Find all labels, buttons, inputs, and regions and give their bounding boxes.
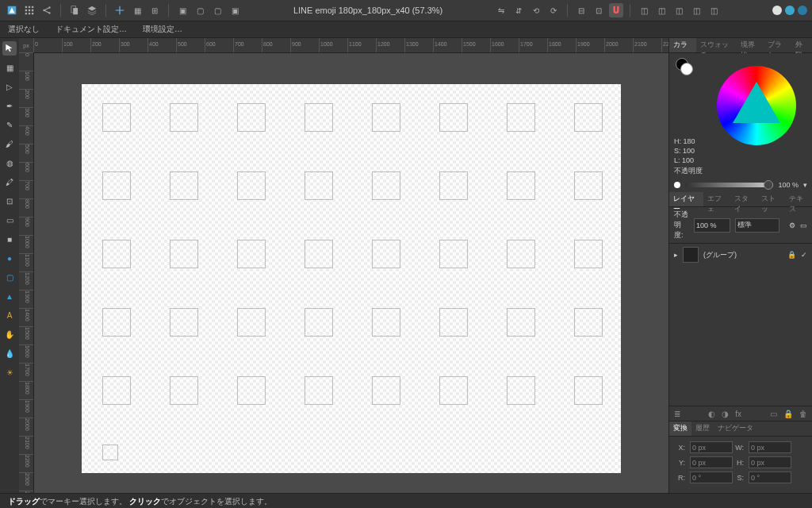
w-input[interactable] — [749, 441, 791, 453]
arrange-back-icon[interactable]: ▣ — [175, 3, 190, 17]
magnet-icon[interactable] — [609, 3, 623, 17]
fill-color-swatch[interactable] — [680, 63, 693, 75]
artboard[interactable] — [574, 308, 603, 337]
tab-カラー[interactable]: カラー — [669, 38, 696, 52]
pencil-tool[interactable]: ✎ — [2, 117, 17, 132]
tab-変換[interactable]: 変換 — [669, 421, 691, 436]
chevron-right-icon[interactable]: ▸ — [674, 251, 678, 259]
ruler-vertical[interactable]: 0100200300400500600700800900100011001200… — [19, 52, 34, 493]
persona-designer-icon[interactable] — [772, 6, 782, 15]
pages-icon[interactable] — [67, 3, 82, 17]
layers-stack-icon[interactable]: ≣ — [674, 410, 680, 418]
artboard[interactable] — [574, 103, 603, 132]
tab-ストッ[interactable]: ストッ — [757, 192, 784, 206]
artboard[interactable] — [102, 171, 131, 200]
flip-v-icon[interactable]: ⇵ — [511, 3, 526, 17]
artboard[interactable] — [304, 240, 333, 268]
op5-icon[interactable]: ◫ — [707, 3, 721, 17]
artboard[interactable] — [237, 240, 266, 268]
artboard[interactable] — [170, 240, 198, 268]
artboard[interactable] — [439, 103, 468, 132]
snap-icon[interactable] — [113, 3, 127, 17]
artboard[interactable] — [102, 376, 131, 405]
artboard-tool[interactable]: ▦ — [2, 60, 17, 75]
document-canvas[interactable] — [82, 84, 621, 473]
op4-icon[interactable]: ◫ — [689, 3, 703, 17]
artboard[interactable] — [574, 376, 603, 405]
text-tool[interactable]: A — [2, 308, 17, 322]
tab-スウォッチ[interactable]: スウォッチ — [696, 38, 737, 52]
eyedrop-tool[interactable]: 💧 — [2, 346, 17, 360]
grid-snap-icon[interactable]: ▦ — [130, 3, 144, 17]
grid-icon[interactable] — [22, 3, 36, 17]
artboard[interactable] — [372, 103, 400, 132]
artboard[interactable] — [170, 308, 198, 337]
artboard[interactable] — [574, 240, 603, 268]
artboard[interactable] — [372, 171, 400, 200]
pen-tool[interactable]: ✒ — [2, 98, 17, 113]
tab-履歴[interactable]: 履歴 — [691, 421, 714, 436]
opacity-slider[interactable] — [685, 183, 773, 187]
layer-row[interactable]: ▸ (グループ) 🔒 ✓ — [669, 244, 812, 266]
artboard[interactable] — [507, 240, 535, 268]
share-icon[interactable] — [40, 3, 54, 17]
artboard[interactable] — [237, 103, 266, 132]
lock-icon[interactable]: 🔒 — [787, 251, 796, 259]
ruler-horizontal[interactable]: 0100200300400500600700800900100011001200… — [33, 38, 668, 53]
flip-h-icon[interactable]: ⇋ — [494, 3, 508, 17]
artboard[interactable] — [304, 103, 333, 132]
artboard[interactable] — [102, 308, 131, 337]
mask-icon[interactable]: ◐ — [708, 410, 715, 418]
artboard[interactable] — [439, 171, 468, 200]
blend-mode-select[interactable] — [735, 218, 779, 233]
h-input[interactable] — [749, 456, 791, 468]
tab-外観[interactable]: 外観 — [791, 38, 812, 52]
artboard[interactable] — [304, 376, 333, 405]
artboard[interactable] — [237, 376, 266, 405]
ellipse-tool[interactable]: ● — [2, 251, 17, 265]
node-tool[interactable]: ▷ — [2, 79, 17, 94]
document-settings-button[interactable]: ドキュメント設定… — [56, 24, 127, 35]
artboard[interactable] — [439, 240, 468, 268]
color-swatches[interactable] — [676, 58, 693, 75]
artboard[interactable] — [170, 103, 198, 132]
artboard[interactable] — [237, 171, 266, 200]
smudge-tool[interactable]: 🖍 — [2, 175, 17, 189]
persona-switcher[interactable] — [772, 6, 807, 15]
op2-icon[interactable]: ◫ — [654, 3, 668, 17]
artboard[interactable] — [170, 376, 198, 405]
artboard[interactable] — [102, 103, 131, 132]
artboard[interactable] — [102, 240, 131, 268]
persona-pixel-icon[interactable] — [785, 6, 795, 15]
color-panel-tabs[interactable]: カラースウォッチ境界線ブラシ外観 — [669, 38, 812, 53]
add-layer-icon[interactable]: ▭ — [770, 410, 777, 418]
artboard[interactable] — [507, 171, 535, 200]
tab-ブラシ[interactable]: ブラシ — [764, 38, 791, 52]
artboard[interactable] — [170, 171, 198, 200]
artboard[interactable] — [237, 308, 266, 337]
hand-tool[interactable]: ✋ — [2, 327, 17, 341]
layers-icon[interactable] — [85, 3, 99, 17]
brush-tool[interactable]: 🖌 — [2, 137, 17, 151]
artboard[interactable] — [372, 308, 400, 337]
op3-icon[interactable]: ◫ — [672, 3, 686, 17]
tab-レイヤー[interactable]: レイヤー — [669, 192, 703, 206]
guides-icon[interactable]: ⊞ — [147, 3, 162, 17]
s-input[interactable] — [749, 471, 791, 483]
tab-境界線[interactable]: 境界線 — [737, 38, 764, 52]
transform-panel-tabs[interactable]: 変換履歴ナビゲータ — [669, 421, 812, 437]
layer-menu-icon[interactable]: ▭ — [800, 221, 807, 229]
color-triangle[interactable] — [733, 82, 780, 123]
triangle-tool[interactable]: ▲ — [2, 289, 17, 303]
artboard[interactable] — [574, 171, 603, 200]
gear-icon[interactable]: ⚙ — [789, 221, 795, 229]
visibility-checkbox[interactable]: ✓ — [801, 251, 807, 259]
artboard[interactable] — [372, 376, 400, 405]
arrange-front-icon[interactable]: ▣ — [228, 3, 242, 17]
artboard[interactable] — [439, 376, 468, 405]
fx-icon[interactable]: fx — [735, 410, 741, 418]
rectangle-tool[interactable]: ■ — [2, 232, 17, 246]
y-input[interactable] — [690, 456, 733, 468]
rounded-rect-tool[interactable]: ▢ — [2, 270, 17, 284]
tab-ナビゲータ[interactable]: ナビゲータ — [714, 421, 757, 436]
